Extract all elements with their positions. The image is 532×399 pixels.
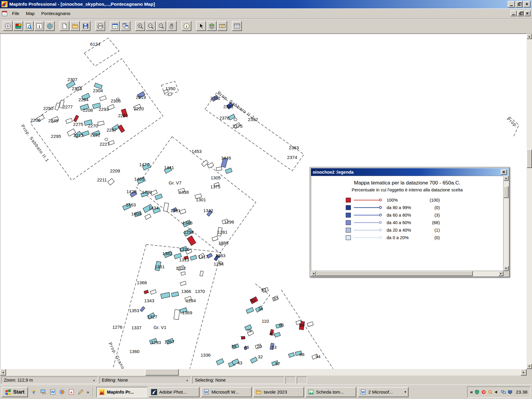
legend-close-button[interactable] — [501, 169, 507, 175]
thematic-map-button[interactable] — [13, 21, 23, 31]
map-document-icon[interactable] — [2, 11, 8, 17]
info-window-button[interactable]: i — [34, 21, 44, 31]
scroll-up-icon[interactable]: ▲ — [527, 34, 532, 39]
zoom-query-button[interactable]: ? — [156, 21, 166, 31]
scroll-down-icon[interactable]: ▼ — [527, 364, 532, 369]
browser-grid-button[interactable] — [232, 21, 242, 31]
show-desktop-quicklaunch-button[interactable] — [39, 388, 48, 397]
scroll-right-icon[interactable]: ► — [498, 271, 503, 276]
world-button[interactable] — [45, 21, 55, 31]
tray-display-icon[interactable] — [508, 390, 512, 394]
document-restore-button[interactable] — [517, 11, 524, 16]
taskbar-task-adobe-phot-[interactable]: Adobe Phot... — [149, 387, 199, 397]
tomb-shape[interactable] — [108, 178, 114, 185]
tomb-shape[interactable] — [246, 307, 254, 313]
pencil-quicklaunch-button[interactable] — [77, 388, 85, 397]
print-button[interactable] — [95, 21, 105, 31]
tomb-shape[interactable] — [174, 309, 180, 320]
chevron-down-icon[interactable]: ▾ — [404, 390, 406, 394]
select-arrow-button[interactable] — [196, 21, 206, 31]
tomb-shape[interactable] — [216, 358, 224, 365]
menu-pontecagnano[interactable]: Pontecagnano — [38, 9, 74, 17]
taskbar-task-mapinfo-pr-[interactable]: MapInfo Pr... — [96, 387, 147, 397]
editing-status-panel[interactable]: Editing: None ▲ — [99, 376, 191, 384]
scrollbar-thumb[interactable] — [316, 271, 473, 276]
tomb-shape[interactable] — [250, 357, 257, 363]
tomb-shape[interactable] — [163, 203, 169, 212]
tray-expand-chevron-icon[interactable]: « — [470, 389, 473, 395]
tile-windows-button[interactable] — [120, 21, 130, 31]
scroll-down-icon[interactable]: ▼ — [503, 266, 509, 271]
legend-vertical-scrollbar[interactable]: ▲ ▼ — [503, 176, 509, 271]
document-close-button[interactable] — [524, 11, 530, 16]
map-canvas[interactable]: 6134135023072303230422942306231922502277… — [0, 34, 527, 369]
tomb-shape[interactable] — [307, 322, 313, 327]
scroll-left-icon[interactable]: ◄ — [311, 271, 316, 276]
selecting-status-panel[interactable]: Selecting: None — [192, 376, 284, 384]
tomb-shape[interactable] — [172, 292, 179, 297]
restore-button[interactable] — [515, 1, 523, 8]
tomb-shape[interactable] — [200, 271, 203, 276]
tomb-shape[interactable] — [66, 118, 73, 123]
firefox-quicklaunch-button[interactable] — [58, 388, 66, 397]
zoom-in-button[interactable] — [135, 21, 145, 31]
tomb-shape[interactable] — [155, 194, 162, 200]
taskbar-task-tavole-2023[interactable]: tavole 2023 — [253, 387, 304, 397]
scroll-up-icon[interactable]: ▲ — [503, 176, 509, 181]
popup-arrow-icon[interactable]: ▲ — [184, 379, 188, 382]
pan-hand-button[interactable] — [167, 21, 177, 31]
tomb-shape[interactable] — [150, 290, 156, 294]
tomb-shape[interactable] — [168, 93, 172, 96]
tomb-shape[interactable] — [216, 167, 222, 171]
scrollbar-thumb[interactable] — [145, 369, 179, 376]
new-document-button[interactable] — [59, 21, 69, 31]
tomb-shape[interactable] — [180, 209, 186, 214]
tomb-shape[interactable] — [187, 236, 196, 246]
tray-volume-icon[interactable] — [494, 390, 499, 394]
taskbar-task-2-microsof-[interactable]: W2 Microsof...▾ — [358, 387, 409, 397]
acrobat-quicklaunch-button[interactable]: a — [67, 388, 76, 397]
tomb-shape[interactable] — [118, 125, 125, 133]
tomb-shape[interactable] — [208, 163, 214, 168]
tomb-shape[interactable] — [234, 118, 237, 121]
popup-arrow-icon[interactable]: ▲ — [90, 379, 95, 382]
scrollbar-thumb[interactable] — [527, 149, 532, 168]
tomb-shape[interactable] — [99, 96, 106, 101]
vertical-scrollbar[interactable]: ▲ ▼ — [527, 34, 532, 369]
find-button[interactable] — [24, 21, 34, 31]
scrollbar-thumb[interactable] — [503, 186, 509, 198]
horizontal-scrollbar[interactable]: ◄ ► — [0, 369, 527, 376]
tray-shield-icon[interactable] — [475, 390, 479, 394]
legend-horizontal-scrollbar[interactable]: ◄ ► — [311, 271, 503, 276]
start-button[interactable]: Start — [2, 387, 28, 397]
document-minimize-button[interactable] — [510, 11, 517, 16]
close-button[interactable] — [523, 1, 530, 8]
tray-alert-icon[interactable] — [481, 390, 486, 394]
tray-network-icon[interactable] — [501, 390, 506, 394]
open-folder-button[interactable] — [70, 21, 80, 31]
minimize-button[interactable] — [508, 1, 515, 8]
tray-search-icon[interactable] — [488, 390, 493, 394]
tomb-shape[interactable] — [55, 103, 60, 110]
tomb-shape[interactable] — [274, 332, 280, 337]
taskbar-task-scheda-tom-[interactable]: Scheda tom... — [306, 387, 356, 397]
scroll-right-icon[interactable]: ► — [521, 369, 527, 376]
ruler-button[interactable]: 1.2 — [217, 21, 227, 31]
menu-file[interactable]: File — [9, 9, 23, 17]
legend-title-bar[interactable]: oinochoe2 :legenda — [311, 168, 509, 176]
layer-control-button[interactable] — [207, 21, 217, 31]
tomb-shape[interactable] — [140, 306, 145, 312]
tomb-shape[interactable] — [145, 214, 151, 220]
tomb-shape[interactable] — [225, 168, 232, 174]
tomb-shape[interactable] — [144, 290, 149, 294]
internet-explorer-quicklaunch-button[interactable]: e — [30, 388, 38, 397]
quicklaunch-overflow-chevron-icon[interactable]: » — [86, 389, 90, 394]
tomb-shape[interactable] — [190, 255, 197, 260]
word-quicklaunch-button[interactable]: W — [49, 388, 57, 397]
tomb-shape[interactable] — [181, 272, 185, 275]
taskbar-task-microsoft-w-[interactable]: WMicrosoft W... — [201, 387, 252, 397]
menu-map[interactable]: Map — [23, 9, 38, 17]
info-tool-button[interactable]: i — [181, 21, 191, 31]
zoom-status-panel[interactable]: Zoom: 112,9 m ▲ — [1, 376, 98, 384]
tomb-shape[interactable] — [161, 292, 170, 299]
